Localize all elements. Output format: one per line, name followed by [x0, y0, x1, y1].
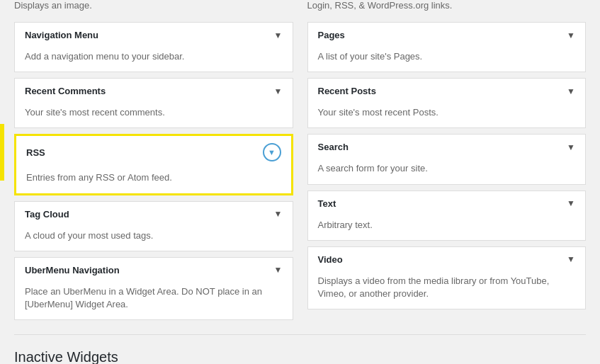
chevron-down-icon: ▼ — [274, 30, 283, 40]
widget-recent-comments-header[interactable]: Recent Comments ▼ — [15, 79, 293, 103]
widget-pages-title: Pages — [318, 30, 345, 40]
chevron-down-icon: ▼ — [274, 86, 283, 96]
right-column: Pages ▼ A list of your site's Pages. Rec… — [307, 22, 587, 326]
inactive-widgets-section: Inactive Widgets Drag widgets here to re… — [14, 334, 586, 364]
left-highlight-bar — [0, 124, 4, 181]
chevron-down-icon: ▼ — [268, 148, 276, 157]
widget-pages-header[interactable]: Pages ▼ — [308, 23, 586, 47]
widget-navigation-menu-header[interactable]: Navigation Menu ▼ — [15, 23, 293, 47]
widget-search-desc: A search form for your site. — [308, 159, 586, 183]
top-desc-left: Displays an image. — [14, 0, 293, 16]
widget-video-desc: Displays a video from the media library … — [308, 272, 586, 309]
widget-video: Video ▼ Displays a video from the media … — [307, 246, 587, 309]
widget-rss-desc: Entries from any RSS or Atom feed. — [16, 169, 291, 193]
widget-ubermenu-navigation: UberMenu Navigation ▼ Place an UberMenu … — [14, 257, 293, 320]
widget-tag-cloud-desc: A cloud of your most used tags. — [15, 227, 293, 251]
top-desc-right: Login, RSS, & WordPress.org links. — [307, 0, 587, 16]
widget-search-header[interactable]: Search ▼ — [308, 135, 586, 159]
rss-expand-button[interactable]: ▼ — [263, 143, 281, 161]
widget-recent-comments-title: Recent Comments — [25, 86, 106, 96]
widget-ubermenu-navigation-header[interactable]: UberMenu Navigation ▼ — [15, 258, 293, 283]
widget-search: Search ▼ A search form for your site. — [307, 134, 587, 184]
widget-recent-comments-desc: Your site's most recent comments. — [15, 103, 293, 127]
widget-video-title: Video — [318, 254, 343, 265]
widgets-grid: Navigation Menu ▼ Add a navigation menu … — [14, 22, 586, 326]
widget-rss-title: RSS — [26, 147, 45, 158]
widget-navigation-menu: Navigation Menu ▼ Add a navigation menu … — [14, 22, 293, 72]
widget-recent-posts-title: Recent Posts — [318, 86, 376, 96]
chevron-down-icon: ▼ — [274, 265, 283, 275]
widget-navigation-menu-title: Navigation Menu — [25, 30, 98, 40]
left-column: Navigation Menu ▼ Add a navigation menu … — [14, 22, 293, 326]
chevron-down-icon: ▼ — [567, 30, 575, 40]
widget-recent-posts: Recent Posts ▼ Your site's most recent P… — [307, 78, 587, 128]
chevron-down-icon: ▼ — [567, 254, 575, 264]
chevron-down-icon: ▼ — [567, 142, 575, 152]
widget-video-header[interactable]: Video ▼ — [308, 247, 586, 272]
widget-tag-cloud: Tag Cloud ▼ A cloud of your most used ta… — [14, 201, 293, 251]
widget-ubermenu-navigation-desc: Place an UberMenu in a Widget Area. Do N… — [15, 283, 293, 319]
widget-rss-header[interactable]: RSS ▼ — [16, 136, 291, 169]
widget-ubermenu-navigation-title: UberMenu Navigation — [25, 265, 120, 275]
inactive-widgets-title: Inactive Widgets — [14, 349, 586, 364]
chevron-down-icon: ▼ — [567, 86, 575, 96]
widget-text-header[interactable]: Text ▼ — [308, 191, 586, 216]
widget-tag-cloud-title: Tag Cloud — [25, 209, 69, 220]
widget-text: Text ▼ Arbitrary text. — [307, 190, 587, 241]
top-desc-row: Displays an image. Login, RSS, & WordPre… — [14, 0, 586, 22]
widget-rss: RSS ▼ Entries from any RSS or Atom feed. — [14, 134, 293, 195]
widget-navigation-menu-desc: Add a navigation menu to your sidebar. — [15, 47, 293, 72]
widget-recent-posts-header[interactable]: Recent Posts ▼ — [308, 79, 586, 103]
widget-tag-cloud-header[interactable]: Tag Cloud ▼ — [15, 202, 293, 227]
chevron-down-icon: ▼ — [567, 198, 575, 208]
widget-search-title: Search — [318, 142, 349, 152]
chevron-down-icon: ▼ — [274, 209, 283, 219]
widget-pages: Pages ▼ A list of your site's Pages. — [307, 22, 587, 72]
widget-pages-desc: A list of your site's Pages. — [308, 47, 586, 72]
widget-text-desc: Arbitrary text. — [308, 216, 586, 240]
widget-recent-posts-desc: Your site's most recent Posts. — [308, 103, 586, 127]
page-wrapper: Displays an image. Login, RSS, & WordPre… — [0, 0, 600, 364]
widget-text-title: Text — [318, 198, 336, 209]
widget-recent-comments: Recent Comments ▼ Your site's most recen… — [14, 78, 293, 128]
